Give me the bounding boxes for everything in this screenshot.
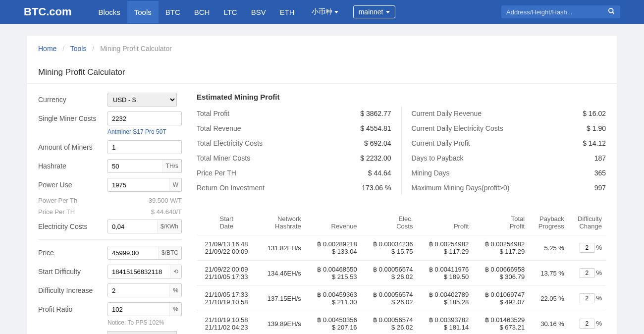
profit-table: StartDateNetworkHashrateRevenueElec.Cost…: [197, 210, 606, 334]
est-label: Return On Investment: [197, 184, 265, 192]
table-header: PaybackProgress: [529, 210, 568, 235]
notice: Notice: To PPS 102%: [107, 319, 182, 326]
single-miner-input[interactable]: [108, 112, 181, 125]
breadcrumb-tools[interactable]: Tools: [70, 45, 87, 53]
table-row: 21/09/22 00:0921/10/05 17:33134.46EH/s฿ …: [197, 261, 606, 286]
single-miner-label: Single Miner Costs: [38, 114, 107, 122]
nav-blocks[interactable]: Blocks: [92, 1, 127, 23]
price-input[interactable]: [108, 246, 158, 259]
table-row: 21/10/19 10:5821/11/02 04:23139.89EH/s฿ …: [197, 311, 606, 334]
nav-eth[interactable]: ETH: [273, 1, 302, 23]
logo[interactable]: BTC.com: [24, 5, 72, 18]
est-value: $ 1.90: [587, 124, 606, 132]
search-wrap: [501, 5, 620, 18]
est-label: Days to Payback: [412, 154, 464, 162]
est-label: Current Daily Electricity Costs: [412, 124, 503, 132]
network-select[interactable]: mainnet: [353, 5, 395, 18]
est-label: Current Daily Profit: [412, 139, 470, 147]
diff-reset-icon[interactable]: ⟲: [170, 265, 181, 278]
search-icon[interactable]: [608, 7, 615, 16]
table-header: Elec.Costs: [361, 210, 417, 235]
power-input[interactable]: [108, 178, 169, 191]
est-label: Total Miner Costs: [197, 154, 250, 162]
est-value: 997: [594, 184, 606, 192]
est-value: 187: [594, 154, 606, 162]
diff-change-input[interactable]: [580, 268, 594, 278]
estimate-title: Estimated Mining Profit: [197, 93, 606, 101]
price-label: Price: [38, 249, 107, 257]
est-label: Total Profit: [197, 110, 229, 117]
nav-btc[interactable]: BTC: [159, 1, 187, 23]
start-date-input[interactable]: [107, 331, 177, 334]
svg-point-0: [609, 8, 613, 13]
price-per-th-label: Price Per TH: [38, 208, 75, 216]
elec-label: Electricity Costs: [38, 223, 107, 230]
elec-unit: $/KWh: [157, 220, 181, 233]
est-label: Maximum Mining Days(profit>0): [412, 184, 510, 192]
est-value: $ 2232.00: [360, 154, 391, 162]
power-per-th-label: Power Per Th: [38, 197, 77, 204]
table-header: TotalProfit: [473, 210, 529, 235]
est-value: $ 692.04: [364, 139, 391, 147]
chevron-down-icon: [334, 11, 338, 13]
breadcrumb: Home / Tools / Mining Profit Calculator: [27, 36, 617, 61]
power-label: Power Use: [38, 181, 107, 189]
est-label: Total Revenue: [197, 124, 241, 132]
altcoin-dropdown[interactable]: 小币种: [307, 0, 343, 23]
table-row: 21/09/13 16:4821/09/22 00:09131.82EH/s฿ …: [197, 235, 606, 261]
power-unit: W: [169, 178, 181, 191]
amount-label: Amount of Miners: [38, 143, 107, 151]
breadcrumb-current: Mining Profit Calculator: [100, 45, 172, 53]
nav-ltc[interactable]: LTC: [216, 1, 244, 23]
search-input[interactable]: [506, 8, 608, 16]
miner-model-link[interactable]: Antminer S17 Pro 50T: [107, 128, 182, 135]
profit-ratio-label: Profit Ratio: [38, 305, 107, 313]
amount-input[interactable]: [108, 141, 181, 154]
nav-bsv[interactable]: BSV: [244, 1, 273, 23]
power-per-th-value: 39.500 W/T: [149, 197, 182, 204]
nav-tools[interactable]: Tools: [127, 1, 159, 23]
est-value: $ 16.02: [583, 110, 606, 117]
est-label: Mining Days: [412, 169, 450, 177]
price-unit: $/BTC: [158, 246, 181, 259]
profit-ratio-unit: %: [169, 303, 181, 316]
est-value: $ 44.64: [368, 169, 391, 177]
diff-inc-input[interactable]: [108, 284, 169, 297]
svg-line-1: [612, 12, 614, 13]
page-title: Mining Profit Calculator: [27, 61, 617, 84]
table-header: DifficultyChange: [568, 210, 606, 235]
hashrate-unit: TH/s: [162, 160, 181, 172]
est-value: 173.06 %: [362, 184, 391, 192]
est-value: $ 4554.81: [360, 124, 391, 132]
est-label: Price Per TH: [197, 169, 236, 177]
start-diff-label: Start Difficulty: [38, 268, 107, 276]
form-panel: Currency USD - $ Single Miner Costs Antm…: [38, 93, 182, 334]
est-label: Total Electricity Costs: [197, 139, 263, 147]
currency-select[interactable]: USD - $: [107, 93, 177, 107]
profit-ratio-input[interactable]: [108, 303, 169, 316]
navbar: BTC.com BlocksToolsBTCBCHLTCBSVETH 小币种 m…: [0, 0, 644, 24]
table-row: 21/10/05 17:3321/10/19 10:58137.15EH/s฿ …: [197, 286, 606, 311]
est-label: Current Daily Revenue: [412, 110, 482, 117]
start-diff-input[interactable]: [108, 265, 170, 278]
price-per-th-value: $ 44.640/T: [151, 208, 182, 216]
nav-items: BlocksToolsBTCBCHLTCBSVETH 小币种 mainnet: [92, 0, 501, 23]
est-value: 365: [594, 169, 606, 177]
table-header: Revenue: [305, 210, 361, 235]
results-panel: Estimated Mining Profit Total Profit$ 38…: [197, 93, 606, 334]
est-value: $ 3862.77: [360, 110, 391, 117]
est-value: $ 14.12: [583, 139, 606, 147]
diff-change-input[interactable]: [580, 293, 594, 303]
diff-inc-unit: %: [169, 284, 181, 297]
table-header: NetworkHashrate: [256, 210, 305, 235]
diff-change-input[interactable]: [580, 243, 594, 253]
chevron-down-icon: [386, 11, 390, 13]
nav-bch[interactable]: BCH: [187, 1, 217, 23]
table-header: StartDate: [197, 210, 256, 235]
elec-input[interactable]: [108, 220, 157, 233]
breadcrumb-home[interactable]: Home: [38, 45, 56, 53]
hashrate-input[interactable]: [108, 160, 162, 172]
diff-change-input[interactable]: [580, 319, 594, 329]
diff-inc-label: Difficulty Increase: [38, 286, 107, 294]
container: Home / Tools / Mining Profit Calculator …: [27, 36, 617, 334]
